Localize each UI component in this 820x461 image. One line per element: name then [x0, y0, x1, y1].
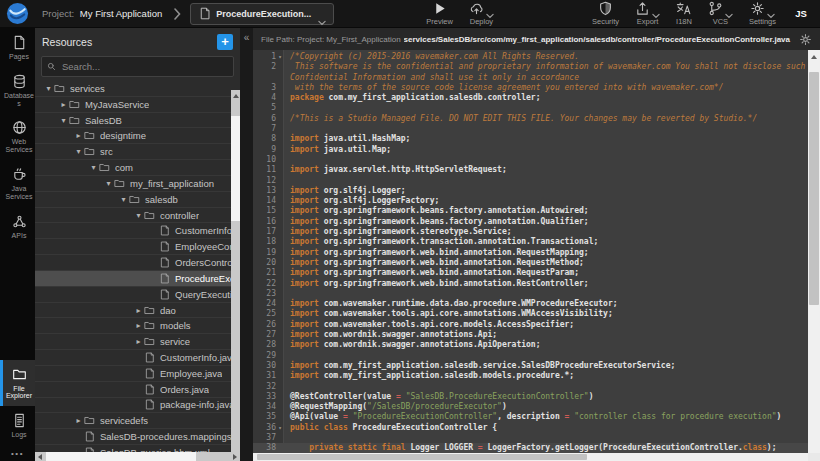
- tree-expand-arrow[interactable]: ▾: [88, 163, 99, 172]
- editor-horizontal-scrollbar[interactable]: [253, 453, 808, 461]
- scrollbar-thumb[interactable]: [257, 454, 587, 460]
- tree-item-queryexecutioncontroller-java[interactable]: QueryExecutionController.java: [35, 287, 240, 303]
- apis-icon: [12, 214, 27, 229]
- tree-item-my-first-application[interactable]: ▾my_first_application: [35, 176, 240, 192]
- line-number: 33: [253, 392, 284, 402]
- editor-vertical-scrollbar[interactable]: [808, 50, 820, 461]
- tree-item-salesdb-procedures-mappings-json[interactable]: SalesDB-procedures.mappings.json: [35, 429, 240, 445]
- sidebar-item-databases[interactable]: Databases: [0, 67, 35, 114]
- line-number: 24: [253, 299, 284, 309]
- topbar-action-i18n[interactable]: I18N: [668, 1, 700, 26]
- code-line: 12: [253, 176, 808, 186]
- tree-item-models[interactable]: ▸models: [35, 318, 240, 334]
- tree-expand-arrow[interactable]: ▾: [103, 179, 114, 188]
- tree-expand-arrow[interactable]: ▾: [43, 84, 54, 93]
- tree-expand-arrow[interactable]: ▾: [58, 116, 69, 125]
- topbar-action-export[interactable]: Export: [627, 1, 668, 26]
- tree-item-employeecontroller-java[interactable]: EmployeeController.java: [35, 239, 240, 255]
- line-number: 20: [253, 258, 284, 268]
- code-fold-icon[interactable]: ▾: [276, 423, 284, 433]
- tree-item-label: models: [160, 320, 191, 331]
- scroll-up-arrow[interactable]: [811, 55, 817, 59]
- fold-slot: [276, 289, 284, 299]
- search-input[interactable]: [60, 60, 228, 73]
- topbar-action-vcs[interactable]: VCS: [700, 1, 741, 26]
- fold-slot: [276, 402, 284, 412]
- tree-item-designtime[interactable]: ▸designtime: [35, 128, 240, 144]
- sidebar-item-file-explorer[interactable]: File Explorer: [0, 360, 35, 407]
- code-area[interactable]: 1▾/*Copyright (c) 2015-2016 wavemaker.co…: [253, 50, 808, 453]
- tree-expand-arrow[interactable]: ▸: [133, 321, 144, 330]
- fold-slot: [276, 134, 284, 144]
- user-avatar[interactable]: JS: [790, 3, 812, 25]
- fold-slot: [276, 361, 284, 371]
- chevron-down-icon: [725, 5, 733, 12]
- tree-item-orderscontroller-java[interactable]: OrdersController.java: [35, 255, 240, 271]
- sidebar-item-web-services[interactable]: Web Services: [0, 113, 35, 160]
- scrollbar-thumb[interactable]: [809, 72, 819, 305]
- file-path-prefix: File Path: Project: My_First_Application: [261, 35, 401, 44]
- tree-expand-arrow[interactable]: ▸: [73, 131, 84, 140]
- tree-expand-arrow[interactable]: ▾: [73, 147, 84, 156]
- rail-overflow-button[interactable]: •••: [0, 445, 35, 461]
- tree-item-employee-java[interactable]: Employee.java: [35, 366, 240, 382]
- topbar-action-settings[interactable]: Settings: [741, 1, 784, 26]
- tree-expand-arrow[interactable]: ▸: [73, 416, 84, 425]
- tree-item-services[interactable]: ▾services: [35, 81, 240, 97]
- code-line-content: import org.slf4j.LoggerFactory;: [284, 196, 808, 206]
- editor-settings-gear-icon[interactable]: [799, 33, 812, 46]
- tree-expand-arrow[interactable]: ▸: [58, 100, 69, 109]
- left-nav-rail: PagesDatabasesWeb ServicesJava ServicesA…: [0, 28, 35, 461]
- scroll-up-arrow[interactable]: [233, 94, 239, 98]
- line-number: 8: [253, 134, 284, 144]
- code-fold-icon[interactable]: ▾: [276, 52, 284, 62]
- topbar: Project: My First Application ProcedureE…: [0, 0, 820, 28]
- tree-expand-arrow[interactable]: ▾: [118, 195, 129, 204]
- export-icon: [635, 1, 650, 16]
- scroll-left-arrow[interactable]: [38, 454, 42, 460]
- code-line-content: /*This is a Studio Managed File. DO NOT …: [284, 114, 808, 124]
- tree-horizontal-scrollbar[interactable]: [35, 452, 240, 461]
- tree-item-com[interactable]: ▾com: [35, 160, 240, 176]
- tree-item-src[interactable]: ▾src: [35, 144, 240, 160]
- sidebar-item-logs[interactable]: Logs: [0, 406, 35, 445]
- file-icon: [144, 368, 155, 379]
- folder-icon: [84, 130, 95, 141]
- tree-item-salesdb[interactable]: ▾salesdb: [35, 192, 240, 208]
- tree-item-procedureexecutioncontroller-java[interactable]: ProcedureExecutionController.java: [35, 271, 240, 287]
- tree-item-dao[interactable]: ▸dao: [35, 303, 240, 319]
- tree-item-customerinfocontroller-java[interactable]: CustomerInfoController.java: [35, 223, 240, 239]
- preview-button[interactable]: Preview: [418, 1, 461, 26]
- tree-item-service[interactable]: ▸service: [35, 334, 240, 350]
- tree-expand-arrow[interactable]: ▸: [133, 337, 144, 346]
- scrollbar-thumb[interactable]: [46, 452, 196, 461]
- fold-slot: [276, 382, 284, 392]
- wavemaker-logo[interactable]: [6, 2, 29, 25]
- i18n-icon: [676, 1, 691, 16]
- collapse-panel-button[interactable]: «: [240, 32, 253, 43]
- sidebar-item-apis[interactable]: APIs: [0, 207, 35, 246]
- tree-item-myjavaservice[interactable]: ▸MyJavaService: [35, 97, 240, 113]
- code-line: 20import org.springframework.web.bind.an…: [253, 258, 808, 268]
- scroll-right-arrow[interactable]: [233, 454, 237, 460]
- tree-item-servicedefs[interactable]: ▸servicedefs: [35, 413, 240, 429]
- code-line-content: public class ProcedureExecutionControlle…: [284, 423, 808, 433]
- tree-item-controller[interactable]: ▾controller: [35, 208, 240, 224]
- resources-title: Resources: [42, 36, 217, 48]
- tree-vertical-scrollbar[interactable]: [231, 90, 240, 452]
- tree-item-orders-java[interactable]: Orders.java: [35, 382, 240, 398]
- tree-expand-arrow[interactable]: ▸: [133, 306, 144, 315]
- scrollbar-thumb[interactable]: [231, 116, 240, 221]
- sidebar-item-java-services[interactable]: Java Services: [0, 160, 35, 207]
- deploy-button[interactable]: Deploy: [461, 1, 502, 26]
- add-resource-button[interactable]: +: [217, 34, 233, 50]
- line-number: 38: [253, 443, 284, 453]
- tree-item-salesdb[interactable]: ▾SalesDB: [35, 113, 240, 129]
- sidebar-item-pages[interactable]: Pages: [0, 28, 35, 67]
- topbar-action-security[interactable]: Security: [584, 1, 627, 26]
- open-file-dropdown[interactable]: ProcedureExecution...: [190, 3, 334, 25]
- tree-item-customerinfo-java[interactable]: CustomerInfo.java: [35, 350, 240, 366]
- tree-expand-arrow[interactable]: ▾: [133, 211, 144, 220]
- tree-item-package-info-java[interactable]: package-info.java: [35, 398, 240, 414]
- line-number: 34: [253, 402, 284, 412]
